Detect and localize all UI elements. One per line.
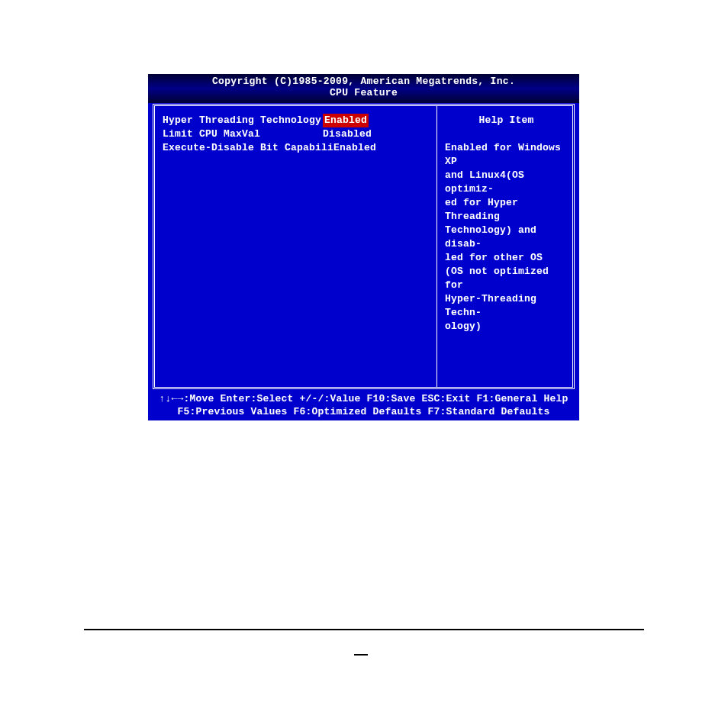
bios-setup-window: Copyright (C)1985-2009, American Megatre… (148, 74, 579, 420)
bios-footer: ↑↓←→:Move Enter:Select +/-/:Value F10:Sa… (148, 390, 579, 420)
page-dash (354, 654, 368, 656)
bios-body: Hyper Threading Technology Enabled Limit… (153, 104, 575, 389)
setting-row-execute-disable-bit[interactable]: Execute-Disable Bit Capabili Enabled (163, 141, 432, 155)
copyright-text: Copyright (C)1985-2009, American Megatre… (148, 76, 579, 88)
settings-pane: Hyper Threading Technology Enabled Limit… (155, 106, 437, 387)
setting-value: Enabled (333, 141, 376, 155)
setting-row-limit-cpu-maxval[interactable]: Limit CPU MaxVal Disabled (163, 127, 432, 141)
screen-title: CPU Feature (148, 88, 579, 99)
setting-label: Hyper Threading Technology (163, 114, 323, 127)
help-title: Help Item (445, 114, 568, 127)
setting-label: Execute-Disable Bit Capabili (163, 141, 333, 155)
footer-nav-line1: ↑↓←→:Move Enter:Select +/-/:Value F10:Sa… (148, 392, 579, 405)
setting-label: Limit CPU MaxVal (163, 127, 323, 141)
setting-row-hyper-threading[interactable]: Hyper Threading Technology Enabled (163, 114, 432, 127)
bios-header: Copyright (C)1985-2009, American Megatre… (148, 74, 579, 103)
page-divider (84, 629, 644, 630)
help-text: Enabled for Windows XP and Linux4(OS opt… (445, 141, 568, 333)
help-pane: Help Item Enabled for Windows XP and Lin… (437, 106, 572, 387)
footer-nav-line2: F5:Previous Values F6:Optimized Defaults… (148, 405, 579, 418)
setting-value: Disabled (323, 127, 372, 141)
setting-value-selected[interactable]: Enabled (323, 114, 369, 127)
